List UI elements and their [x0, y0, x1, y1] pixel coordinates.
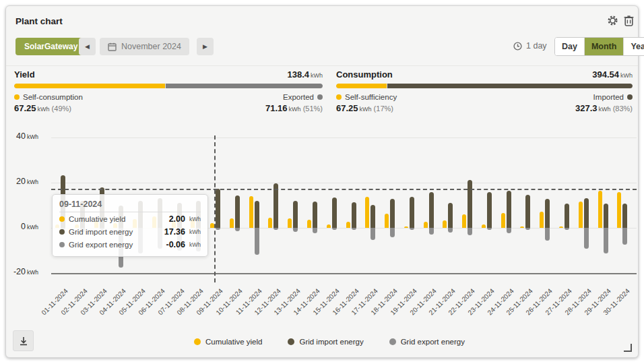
bar-cumulative-yield[interactable] [346, 222, 350, 228]
resize-handle[interactable] [624, 344, 632, 352]
tooltip-series-dot [59, 216, 65, 222]
tooltip-row: Grid export energy-0.06kWh [59, 238, 201, 251]
bar-grid-import-energy[interactable] [468, 180, 472, 228]
plant-chart-card: Plant chart SolarGateway ◀ [5, 5, 639, 358]
tooltip-series-value: -0.06 [166, 240, 186, 249]
bar-grid-import-energy[interactable] [622, 204, 627, 228]
bar-grid-export-energy[interactable] [332, 228, 337, 230]
tooltip-series-unit: kWh [189, 241, 201, 248]
bar-cumulative-yield[interactable] [404, 226, 408, 229]
bar-grid-import-energy[interactable] [255, 201, 259, 228]
highlight-vline [214, 135, 216, 282]
bar-cumulative-yield[interactable] [249, 196, 253, 228]
bar-grid-import-energy[interactable] [235, 195, 240, 228]
bar-cumulative-yield[interactable] [327, 224, 331, 228]
bar-grid-export-energy[interactable] [216, 228, 220, 230]
legend-dot [389, 338, 396, 345]
tooltip-series-unit: kWh [189, 216, 201, 222]
bar-cumulative-yield[interactable] [482, 224, 486, 228]
bar-grid-import-energy[interactable] [545, 199, 550, 228]
bar-cumulative-yield[interactable] [424, 222, 428, 228]
legend-dot [288, 338, 294, 345]
bar-grid-export-energy[interactable] [410, 228, 414, 230]
bar-grid-import-energy[interactable] [525, 195, 530, 228]
bar-grid-export-energy[interactable] [371, 228, 375, 240]
y-axis-label-0: 0kWh [7, 222, 38, 231]
bar-grid-export-energy[interactable] [293, 228, 298, 232]
bar-grid-export-energy[interactable] [487, 228, 492, 230]
bar-cumulative-yield[interactable] [559, 226, 563, 229]
bar-grid-export-energy[interactable] [429, 228, 434, 235]
bar-grid-import-energy[interactable] [487, 192, 492, 228]
bar-grid-export-energy[interactable] [604, 228, 608, 253]
bar-grid-import-energy[interactable] [507, 191, 511, 228]
bar-grid-export-energy[interactable] [448, 228, 453, 233]
y-axis-label--20: -20kWh [7, 267, 38, 276]
bar-grid-export-energy[interactable] [352, 228, 356, 230]
bar-cumulative-yield[interactable] [288, 218, 292, 228]
y-axis-label-40: 40kWh [7, 131, 38, 141]
bar-grid-export-energy[interactable] [468, 228, 472, 235]
bar-grid-import-energy[interactable] [390, 199, 395, 228]
bar-cumulative-yield[interactable] [520, 226, 524, 229]
tooltip-series-dot [59, 229, 65, 235]
chart-legend: Cumulative yieldGrid import energyGrid e… [154, 338, 505, 346]
bar-cumulative-yield[interactable] [579, 202, 583, 228]
bar-grid-import-energy[interactable] [371, 205, 375, 228]
bar-grid-export-energy[interactable] [390, 228, 395, 237]
bar-grid-import-energy[interactable] [293, 201, 298, 228]
bar-grid-import-energy[interactable] [273, 183, 278, 228]
bar-grid-export-energy[interactable] [565, 228, 569, 230]
bar-grid-import-energy[interactable] [216, 189, 220, 228]
bar-grid-export-energy[interactable] [525, 228, 530, 230]
bar-cumulative-yield[interactable] [365, 197, 369, 228]
bar-grid-export-energy[interactable] [255, 228, 259, 255]
legend-label: Cumulative yield [205, 338, 262, 346]
tooltip-series-value: 17.36 [164, 227, 185, 237]
y-axis-label-20: 20kWh [7, 177, 38, 186]
bar-grid-import-energy[interactable] [352, 202, 356, 228]
bar-cumulative-yield[interactable] [385, 214, 389, 228]
bar-cumulative-yield[interactable] [598, 191, 602, 228]
gridline-40 [51, 138, 637, 138]
download-icon [18, 336, 29, 346]
legend-item-cumulative-yield[interactable]: Cumulative yield [194, 338, 262, 346]
bar-grid-export-energy[interactable] [584, 228, 589, 249]
bar-chart: 40kWh20kWh0kWh-20kWh01-11-202402-11-2024… [6, 6, 638, 357]
download-button[interactable] [13, 330, 34, 351]
bar-cumulative-yield[interactable] [540, 212, 544, 228]
bar-grid-export-energy[interactable] [507, 228, 511, 233]
tooltip-row: Cumulative yield2.00kWh [59, 212, 201, 225]
bar-grid-export-energy[interactable] [273, 228, 278, 230]
legend-item-grid-export-energy[interactable]: Grid export energy [389, 338, 465, 346]
bar-cumulative-yield[interactable] [462, 214, 466, 228]
bar-grid-import-energy[interactable] [604, 204, 608, 228]
bar-grid-import-energy[interactable] [584, 198, 589, 228]
highlight-hline [51, 189, 637, 190]
legend-dot [194, 338, 201, 345]
legend-label: Grid export energy [401, 338, 465, 346]
bar-grid-import-energy[interactable] [313, 202, 317, 228]
bar-grid-export-energy[interactable] [235, 228, 240, 231]
bar-cumulative-yield[interactable] [443, 220, 447, 228]
tooltip-series-label: Grid export energy [69, 241, 162, 249]
bar-cumulative-yield[interactable] [268, 218, 272, 228]
bar-grid-import-energy[interactable] [429, 192, 434, 228]
tooltip-series-dot [59, 242, 65, 247]
bar-cumulative-yield[interactable] [501, 213, 505, 228]
bar-grid-import-energy[interactable] [332, 198, 337, 228]
bar-grid-export-energy[interactable] [622, 228, 627, 245]
bar-grid-import-energy[interactable] [448, 203, 453, 228]
bar-cumulative-yield[interactable] [230, 218, 234, 228]
legend-item-grid-import-energy[interactable]: Grid import energy [288, 338, 363, 346]
bar-grid-import-energy[interactable] [410, 197, 414, 228]
tooltip-row: Grid import energy17.36kWh [59, 225, 201, 238]
bar-grid-import-energy[interactable] [565, 204, 569, 228]
bar-cumulative-yield[interactable] [307, 220, 311, 228]
bar-grid-export-energy[interactable] [545, 228, 550, 241]
tooltip-series-value: 2.00 [169, 214, 185, 224]
tooltip-series-label: Cumulative yield [69, 215, 165, 223]
bar-cumulative-yield[interactable] [617, 192, 621, 228]
bar-grid-export-energy[interactable] [313, 228, 317, 233]
plant-chart-window: Plant chart SolarGateway ◀ [0, 0, 644, 364]
